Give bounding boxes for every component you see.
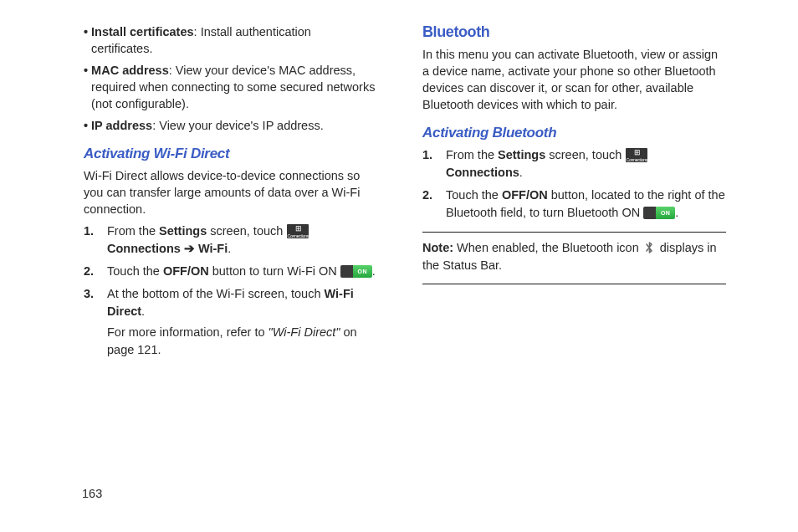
bullet-list: • Install certificates: Install authenti… bbox=[84, 23, 376, 134]
left-column: • Install certificates: Install authenti… bbox=[33, 23, 399, 509]
bullet-item: • Install certificates: Install authenti… bbox=[84, 23, 376, 57]
bullet-text: : View your device's IP address. bbox=[152, 119, 324, 132]
bullet-marker: • bbox=[84, 62, 88, 112]
wifi-direct-intro: Wi-Fi Direct allows device-to-device con… bbox=[84, 167, 376, 217]
right-column: Bluetooth In this menu you can activate … bbox=[399, 23, 765, 509]
bullet-marker: • bbox=[84, 23, 88, 57]
toggle-on-icon: ON bbox=[340, 265, 372, 278]
step-1: From the Settings screen, touch ⊞Connect… bbox=[84, 223, 376, 258]
step-1: From the Settings screen, touch ⊞Connect… bbox=[422, 146, 726, 182]
heading-bluetooth: Bluetooth bbox=[422, 23, 726, 41]
note: Note: When enabled, the Bluetooth icon d… bbox=[422, 239, 726, 274]
separator bbox=[422, 232, 726, 233]
connections-icon: ⊞Connections bbox=[287, 224, 309, 238]
bullet-marker: • bbox=[84, 117, 88, 134]
bluetooth-intro: In this menu you can activate Bluetooth,… bbox=[422, 46, 726, 113]
subheading-activating-bluetooth: Activating Bluetooth bbox=[422, 125, 726, 141]
subheading-wifi-direct: Activating Wi-Fi Direct bbox=[84, 146, 376, 162]
bullet-item: • MAC address: View your device's MAC ad… bbox=[84, 62, 376, 112]
page-number: 163 bbox=[82, 487, 102, 500]
step-2: Touch the OFF/ON button to turn Wi-Fi ON… bbox=[84, 263, 376, 280]
step-3: At the bottom of the Wi-Fi screen, touch… bbox=[84, 285, 376, 359]
note-label: Note: bbox=[422, 241, 453, 254]
bullet-label: Install certificates bbox=[91, 25, 194, 38]
wifi-steps: From the Settings screen, touch ⊞Connect… bbox=[84, 223, 376, 359]
cross-ref: "Wi-Fi Direct" bbox=[269, 325, 340, 339]
bullet-label: MAC address bbox=[91, 64, 169, 77]
step-2: Touch the OFF/ON button, located to the … bbox=[422, 187, 726, 222]
bullet-item: • IP address: View your device's IP addr… bbox=[84, 117, 376, 134]
toggle-on-icon: ON bbox=[643, 207, 675, 219]
separator bbox=[422, 284, 726, 284]
arrow-icon: ➔ bbox=[184, 242, 195, 255]
connections-icon: ⊞Connections bbox=[626, 148, 647, 162]
bluetooth-steps: From the Settings screen, touch ⊞Connect… bbox=[422, 146, 726, 222]
bullet-label: IP address bbox=[91, 119, 152, 132]
bluetooth-icon bbox=[644, 240, 655, 257]
